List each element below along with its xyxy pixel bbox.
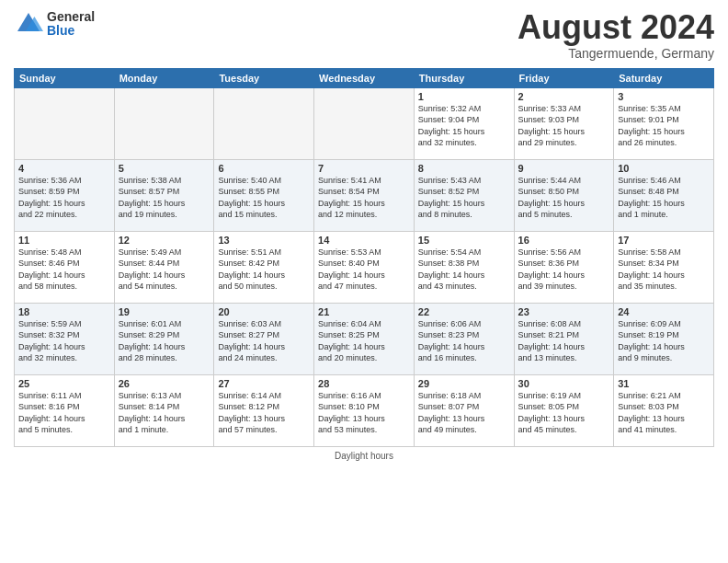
day-info: Sunrise: 5:51 AM Sunset: 8:42 PM Dayligh…: [218, 247, 310, 293]
day-number: 7: [318, 163, 410, 174]
calendar-day: 20Sunrise: 6:03 AM Sunset: 8:27 PM Dayli…: [214, 303, 314, 374]
day-number: 3: [618, 91, 710, 102]
col-monday: Monday: [114, 68, 214, 87]
day-number: 20: [218, 306, 310, 317]
logo-general: General: [47, 10, 95, 24]
calendar-week-1: 1Sunrise: 5:32 AM Sunset: 9:04 PM Daylig…: [15, 87, 714, 159]
day-info: Sunrise: 5:43 AM Sunset: 8:52 PM Dayligh…: [418, 175, 510, 221]
day-info: Sunrise: 5:44 AM Sunset: 8:50 PM Dayligh…: [518, 175, 610, 221]
calendar-day: 12Sunrise: 5:49 AM Sunset: 8:44 PM Dayli…: [114, 231, 214, 303]
calendar-day: 30Sunrise: 6:19 AM Sunset: 8:05 PM Dayli…: [514, 374, 614, 446]
day-info: Sunrise: 6:14 AM Sunset: 8:12 PM Dayligh…: [218, 390, 310, 436]
day-number: 26: [119, 378, 210, 389]
day-info: Sunrise: 6:18 AM Sunset: 8:07 PM Dayligh…: [418, 390, 510, 436]
day-number: 11: [18, 235, 110, 246]
day-info: Sunrise: 6:08 AM Sunset: 8:21 PM Dayligh…: [518, 318, 610, 364]
day-info: Sunrise: 6:09 AM Sunset: 8:19 PM Dayligh…: [618, 318, 710, 364]
day-number: 28: [318, 378, 410, 389]
calendar-day: 15Sunrise: 5:54 AM Sunset: 8:38 PM Dayli…: [414, 231, 514, 303]
calendar-week-5: 25Sunrise: 6:11 AM Sunset: 8:16 PM Dayli…: [15, 374, 714, 446]
col-friday: Friday: [514, 68, 614, 87]
day-number: 10: [618, 163, 710, 174]
day-info: Sunrise: 6:16 AM Sunset: 8:10 PM Dayligh…: [318, 390, 410, 436]
calendar-day: 25Sunrise: 6:11 AM Sunset: 8:16 PM Dayli…: [15, 374, 115, 446]
col-thursday: Thursday: [414, 68, 514, 87]
calendar-day: 6Sunrise: 5:40 AM Sunset: 8:55 PM Daylig…: [214, 159, 314, 231]
calendar-day: 16Sunrise: 5:56 AM Sunset: 8:36 PM Dayli…: [514, 231, 614, 303]
calendar-day: 19Sunrise: 6:01 AM Sunset: 8:29 PM Dayli…: [114, 303, 214, 374]
calendar-day: 7Sunrise: 5:41 AM Sunset: 8:54 PM Daylig…: [314, 159, 415, 231]
day-number: 21: [318, 306, 410, 317]
day-number: 19: [119, 306, 210, 317]
calendar-day: 8Sunrise: 5:43 AM Sunset: 8:52 PM Daylig…: [414, 159, 514, 231]
day-number: 13: [218, 235, 310, 246]
day-info: Sunrise: 6:11 AM Sunset: 8:16 PM Dayligh…: [18, 390, 110, 436]
day-info: Sunrise: 6:13 AM Sunset: 8:14 PM Dayligh…: [119, 390, 210, 436]
calendar-week-3: 11Sunrise: 5:48 AM Sunset: 8:46 PM Dayli…: [15, 231, 714, 303]
calendar-day: 5Sunrise: 5:38 AM Sunset: 8:57 PM Daylig…: [114, 159, 214, 231]
logo: General Blue: [14, 9, 95, 39]
logo-blue: Blue: [47, 24, 95, 38]
day-number: 4: [18, 163, 110, 174]
day-info: Sunrise: 5:58 AM Sunset: 8:34 PM Dayligh…: [618, 247, 710, 293]
title-block: August 2024 Tangermuende, Germany: [518, 9, 714, 61]
day-info: Sunrise: 5:35 AM Sunset: 9:01 PM Dayligh…: [618, 103, 710, 149]
day-number: 25: [18, 378, 110, 389]
calendar-day: 31Sunrise: 6:21 AM Sunset: 8:03 PM Dayli…: [614, 374, 714, 446]
calendar-day: 13Sunrise: 5:51 AM Sunset: 8:42 PM Dayli…: [214, 231, 314, 303]
day-number: 16: [518, 235, 610, 246]
day-number: 14: [318, 235, 410, 246]
calendar-day: [114, 87, 214, 159]
calendar-day: [314, 87, 415, 159]
day-info: Sunrise: 5:40 AM Sunset: 8:55 PM Dayligh…: [218, 175, 310, 221]
day-number: 30: [518, 378, 610, 389]
month-title: August 2024: [518, 9, 714, 46]
calendar-day: 17Sunrise: 5:58 AM Sunset: 8:34 PM Dayli…: [614, 231, 714, 303]
day-info: Sunrise: 5:32 AM Sunset: 9:04 PM Dayligh…: [418, 103, 510, 149]
calendar-day: 26Sunrise: 6:13 AM Sunset: 8:14 PM Dayli…: [114, 374, 214, 446]
day-info: Sunrise: 5:59 AM Sunset: 8:32 PM Dayligh…: [18, 318, 110, 364]
calendar-day: 18Sunrise: 5:59 AM Sunset: 8:32 PM Dayli…: [15, 303, 115, 374]
col-saturday: Saturday: [614, 68, 714, 87]
calendar-day: 4Sunrise: 5:36 AM Sunset: 8:59 PM Daylig…: [15, 159, 115, 231]
day-number: 24: [618, 306, 710, 317]
day-number: 9: [518, 163, 610, 174]
calendar-day: 29Sunrise: 6:18 AM Sunset: 8:07 PM Dayli…: [414, 374, 514, 446]
day-info: Sunrise: 5:54 AM Sunset: 8:38 PM Dayligh…: [418, 247, 510, 293]
day-number: 1: [418, 91, 510, 102]
location: Tangermuende, Germany: [518, 46, 714, 61]
header: General Blue August 2024 Tangermuende, G…: [14, 9, 714, 61]
day-number: 18: [18, 306, 110, 317]
calendar-day: 1Sunrise: 5:32 AM Sunset: 9:04 PM Daylig…: [414, 87, 514, 159]
calendar-day: 28Sunrise: 6:16 AM Sunset: 8:10 PM Dayli…: [314, 374, 415, 446]
calendar-day: 3Sunrise: 5:35 AM Sunset: 9:01 PM Daylig…: [614, 87, 714, 159]
day-info: Sunrise: 5:48 AM Sunset: 8:46 PM Dayligh…: [18, 247, 110, 293]
col-wednesday: Wednesday: [314, 68, 415, 87]
day-number: 8: [418, 163, 510, 174]
day-info: Sunrise: 5:56 AM Sunset: 8:36 PM Dayligh…: [518, 247, 610, 293]
calendar-day: 21Sunrise: 6:04 AM Sunset: 8:25 PM Dayli…: [314, 303, 415, 374]
day-number: 27: [218, 378, 310, 389]
calendar-day: 10Sunrise: 5:46 AM Sunset: 8:48 PM Dayli…: [614, 159, 714, 231]
calendar-day: 27Sunrise: 6:14 AM Sunset: 8:12 PM Dayli…: [214, 374, 314, 446]
day-number: 23: [518, 306, 610, 317]
day-number: 17: [618, 235, 710, 246]
day-number: 5: [119, 163, 210, 174]
day-number: 2: [518, 91, 610, 102]
day-number: 6: [218, 163, 310, 174]
day-info: Sunrise: 6:06 AM Sunset: 8:23 PM Dayligh…: [418, 318, 510, 364]
col-sunday: Sunday: [15, 68, 115, 87]
day-info: Sunrise: 5:33 AM Sunset: 9:03 PM Dayligh…: [518, 103, 610, 149]
day-number: 31: [618, 378, 710, 389]
day-info: Sunrise: 5:49 AM Sunset: 8:44 PM Dayligh…: [119, 247, 210, 293]
calendar-day: [15, 87, 115, 159]
calendar-day: 22Sunrise: 6:06 AM Sunset: 8:23 PM Dayli…: [414, 303, 514, 374]
day-info: Sunrise: 6:19 AM Sunset: 8:05 PM Dayligh…: [518, 390, 610, 436]
header-row: Sunday Monday Tuesday Wednesday Thursday…: [15, 68, 714, 87]
calendar-day: [214, 87, 314, 159]
day-info: Sunrise: 6:03 AM Sunset: 8:27 PM Dayligh…: [218, 318, 310, 364]
calendar-day: 24Sunrise: 6:09 AM Sunset: 8:19 PM Dayli…: [614, 303, 714, 374]
day-info: Sunrise: 6:04 AM Sunset: 8:25 PM Dayligh…: [318, 318, 410, 364]
day-info: Sunrise: 6:01 AM Sunset: 8:29 PM Dayligh…: [119, 318, 210, 364]
page-container: General Blue August 2024 Tangermuende, G…: [0, 0, 728, 470]
